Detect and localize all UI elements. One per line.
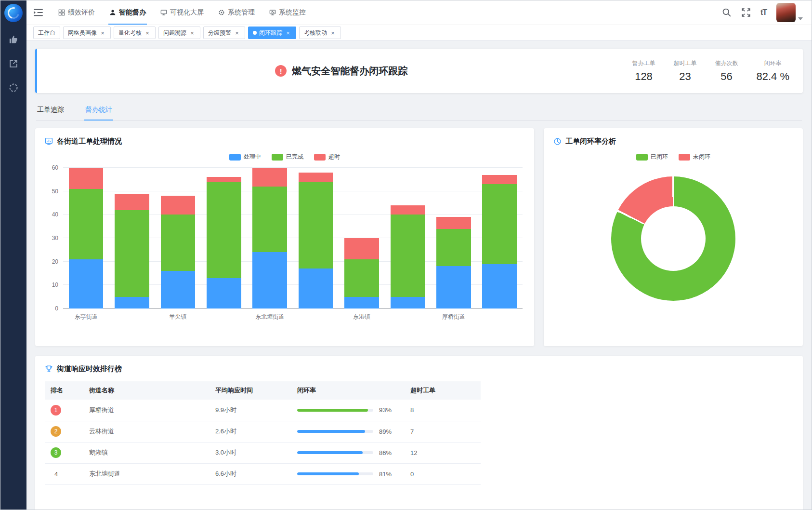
table-row: 2云林街道2.6小时89%7 (45, 421, 481, 442)
tag-close-icon[interactable]: × (189, 29, 196, 36)
stat-value: 82.4 % (757, 70, 790, 83)
table-row: 4东北塘街道6.6小时81%0 (45, 463, 481, 484)
header-stat: 超时工单23 (674, 59, 697, 83)
nav-item[interactable]: 可视化大屏 (153, 0, 211, 25)
y-axis-label: 60 (52, 164, 58, 171)
y-axis-label: 40 (52, 211, 58, 218)
sidebar (0, 0, 26, 510)
sidebar-icon-group (9, 35, 18, 93)
ranking-card: 街道响应时效排行榜 排名街道名称平均响应时间闭环率超时工单 1厚桥街道9.9小时… (35, 356, 803, 510)
bar-segment (344, 297, 379, 309)
legend-item[interactable]: 已闭环 (636, 153, 668, 161)
board-chart-icon (45, 137, 53, 146)
tab[interactable]: 督办统计 (84, 101, 113, 120)
search-icon[interactable] (722, 8, 732, 17)
tab[interactable]: 工单追踪 (36, 101, 65, 120)
page-content: ! 燃气安全智能督办闭环跟踪 督办工单128超时工单23催办次数56闭环率82.… (26, 41, 812, 510)
bar-segment (391, 205, 425, 215)
legend-item[interactable]: 已完成 (272, 153, 303, 161)
closure-rate-cell: 89% (291, 421, 405, 442)
progress-track (297, 472, 373, 475)
bar-segment (391, 297, 425, 309)
closure-progress: 89% (297, 428, 399, 435)
external-link-icon[interactable] (9, 59, 18, 68)
legend-marker (314, 154, 326, 161)
progress-track (297, 409, 373, 412)
rank-cell: 1 (45, 400, 83, 421)
plot-area: 东亭街道羊尖镇东北塘街道东港镇厚桥街道 (63, 168, 523, 321)
stat-label: 闭环率 (757, 59, 790, 67)
tag-label: 量化考核 (118, 29, 142, 37)
legend-marker (272, 154, 283, 161)
tag[interactable]: 工作台 (33, 27, 60, 39)
loading-icon[interactable] (9, 83, 18, 93)
tag[interactable]: 分级预警× (203, 27, 245, 39)
bars (63, 168, 523, 309)
x-axis-label (293, 313, 339, 321)
tag-label: 工作台 (38, 29, 55, 37)
legend-item[interactable]: 超时 (314, 153, 340, 161)
app-root: 绩效评价智能督办可视化大屏系统管理系统监控 tT 工作台网格员画像×量化考核×问… (0, 0, 812, 510)
tag[interactable]: 考核联动× (299, 27, 341, 39)
app-logo[interactable] (4, 4, 23, 22)
user-menu[interactable] (776, 3, 803, 22)
street-name-cell: 东北塘街道 (83, 463, 210, 484)
tag-close-icon[interactable]: × (99, 29, 106, 36)
rank-cell: 2 (45, 421, 83, 442)
tag[interactable]: 问题溯源× (158, 27, 200, 39)
tag[interactable]: 量化考核× (114, 27, 156, 39)
tag-close-icon[interactable]: × (144, 29, 151, 36)
legend-label: 处理中 (244, 153, 261, 161)
nav-item[interactable]: 系统管理 (211, 0, 262, 25)
gear-icon (218, 9, 225, 16)
legend-item[interactable]: 未闭环 (679, 153, 710, 161)
progress-fill (297, 472, 359, 475)
bar-plot (63, 168, 523, 309)
tags-view: 工作台网格员画像×量化考核×问题溯源×分级预警×闭环跟踪×考核联动× (26, 25, 812, 41)
bar-stack (69, 168, 104, 309)
donut-chart-title-row: 工单闭环率分析 (553, 137, 793, 146)
progress-fill (297, 451, 363, 454)
bar-segment (115, 297, 149, 309)
nav-item[interactable]: 系统监控 (262, 0, 313, 25)
legend-item[interactable]: 处理中 (229, 153, 261, 161)
collapse-menu-icon[interactable] (33, 8, 43, 17)
nav-item[interactable]: 智能督办 (102, 0, 153, 25)
caret-down-icon (798, 17, 803, 20)
page-title: 燃气安全智能督办闭环跟踪 (292, 65, 407, 78)
bar-segment (161, 271, 196, 309)
bar-stack (252, 168, 287, 309)
progress-fill (297, 409, 368, 412)
font-size-icon[interactable]: tT (760, 8, 767, 17)
avg-response-cell: 2.6小时 (210, 421, 291, 442)
x-axis-label (477, 313, 523, 321)
bar-chart-card: 各街道工单处理情况 处理中已完成超时 0102030405060 东亭街道羊尖镇… (35, 128, 534, 346)
nav-item-label: 系统管理 (228, 8, 255, 17)
stat-value: 56 (715, 70, 738, 83)
avatar[interactable] (776, 3, 796, 22)
rank-badge: 1 (51, 405, 61, 416)
like-icon[interactable] (9, 35, 18, 44)
progress-track (297, 451, 373, 454)
tag-close-icon[interactable]: × (329, 29, 336, 36)
rank-cell: 4 (45, 463, 83, 484)
progress-fill (297, 430, 365, 433)
avg-response-cell: 6.6小时 (210, 463, 291, 484)
bar-segment (436, 217, 471, 228)
bar-stack (482, 168, 517, 309)
donut-chart-legend: 已闭环未闭环 (553, 153, 793, 161)
main-area: 绩效评价智能督办可视化大屏系统管理系统监控 tT 工作台网格员画像×量化考核×问… (26, 0, 812, 510)
user-icon (109, 9, 116, 16)
tag[interactable]: 闭环跟踪× (248, 27, 296, 39)
tag[interactable]: 网格员画像× (63, 27, 111, 39)
legend-marker (229, 154, 241, 161)
bar-segment (299, 182, 333, 268)
tag-close-icon[interactable]: × (234, 29, 240, 36)
bar-segment (436, 229, 471, 267)
fullscreen-icon[interactable] (741, 8, 751, 17)
tag-close-icon[interactable]: × (285, 29, 291, 36)
nav-item[interactable]: 绩效评价 (51, 0, 102, 25)
ranking-table: 排名街道名称平均响应时间闭环率超时工单 1厚桥街道9.9小时93%82云林街道2… (45, 381, 481, 485)
x-axis-label: 东亭街道 (63, 313, 109, 321)
charts-row: 各街道工单处理情况 处理中已完成超时 0102030405060 东亭街道羊尖镇… (35, 128, 803, 346)
